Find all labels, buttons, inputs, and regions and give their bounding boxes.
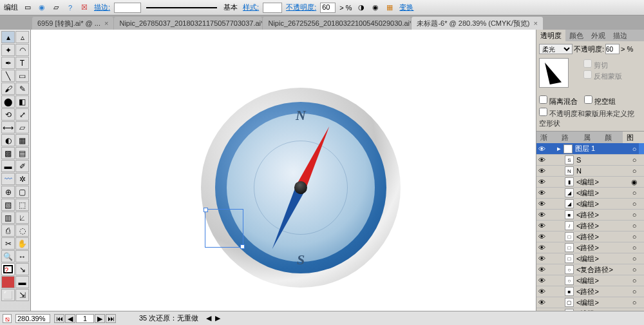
knockout-note-checkbox[interactable]: 不透明度和蒙版用来定义挖空形状 (539, 110, 634, 127)
layer-row[interactable]: 👁/<路径>○ (536, 221, 644, 231)
paintbrush-tool[interactable]: 🖌 (1, 83, 15, 95)
direct-selection-tool[interactable]: ▵ (15, 31, 29, 43)
canvas[interactable]: N S (31, 30, 536, 311)
visibility-icon[interactable]: 👁 (536, 178, 547, 186)
tab-color[interactable]: 颜色 (565, 30, 587, 41)
isolate-icon[interactable]: ◉ (370, 2, 381, 14)
layer-row[interactable]: 👁□<路径>○ (536, 242, 644, 253)
layer-row[interactable]: 👁○<复合路径>○ (536, 264, 644, 275)
print-tiling-tool[interactable]: ⎙ (1, 224, 15, 237)
visibility-icon[interactable]: 👁 (536, 156, 547, 164)
free-transform-tool[interactable]: ▱ (15, 121, 29, 133)
visibility-icon[interactable]: 👁 (536, 145, 547, 153)
target-icon[interactable]: ○ (630, 189, 639, 197)
blend-mode-select[interactable]: 柔光 (539, 44, 573, 54)
visibility-icon[interactable]: 👁 (536, 233, 547, 241)
symbol-sprayer-tool[interactable]: ✲ (15, 173, 29, 185)
target-icon[interactable]: ○ (630, 156, 639, 164)
visibility-icon[interactable]: 👁 (536, 200, 547, 208)
layer-row[interactable]: 👁○<编组>○ (536, 275, 644, 286)
align-icon[interactable]: ▦ (384, 2, 395, 14)
target-icon[interactable]: ○ (630, 288, 639, 295)
target-icon[interactable]: ○ (630, 277, 639, 284)
tab-gradient[interactable]: 渐变 (536, 132, 558, 143)
pen-tool[interactable]: ✒ (1, 57, 15, 69)
scale-tool[interactable]: ⤢ (15, 108, 29, 121)
tab-attributes[interactable]: 属性 (580, 132, 601, 143)
tab-pathfinder[interactable]: 路径 (558, 132, 579, 143)
stroke-indicator[interactable]: ↘ (15, 263, 29, 275)
type-tool[interactable]: T (15, 57, 29, 69)
target-icon[interactable]: ○ (630, 167, 639, 175)
target-icon[interactable]: ○ (630, 233, 639, 241)
visibility-icon[interactable]: 👁 (536, 266, 547, 273)
hand-tool[interactable]: ⬚ (15, 199, 29, 211)
target-icon[interactable]: ○ (630, 211, 639, 219)
artboard-tool[interactable]: ▢ (15, 186, 29, 198)
tab-layers[interactable]: 图层 (623, 132, 644, 143)
scroll-right-icon[interactable]: ▶ (215, 314, 220, 322)
selection-bounding-box[interactable] (205, 209, 243, 248)
style-link[interactable]: 样式: (242, 3, 260, 12)
eyedropper-tool[interactable]: ✐ (15, 160, 29, 172)
visibility-icon[interactable]: 👁 (536, 277, 547, 284)
target-icon[interactable]: ○ (630, 299, 639, 306)
doc-tab-3[interactable]: 未标题-6* @ 280.39% (CMYK/预览)× (412, 17, 542, 30)
layer-row[interactable]: 👁■<路径>○ (536, 210, 644, 221)
stroke-weight-field[interactable] (114, 3, 141, 13)
target-icon[interactable]: ○ (630, 266, 639, 273)
shape-builder-tool[interactable]: ◐ (1, 134, 15, 146)
column-graph-tool[interactable]: ⊕ (1, 186, 15, 198)
width-tool[interactable]: ⟷ (1, 121, 15, 133)
layer-row[interactable]: 👁SS○ (536, 155, 644, 166)
target-icon[interactable]: ○ (630, 222, 639, 230)
none-icon[interactable]: ☒ (79, 2, 90, 14)
layer-row[interactable]: 👁◢<编组>○ (536, 188, 644, 199)
layer-row[interactable]: 👁▮<编组>◉ (536, 177, 644, 188)
lasso-tool[interactable]: ◠ (15, 44, 29, 56)
style-field[interactable] (263, 3, 282, 13)
prev-artboard-button[interactable]: ◀ (65, 314, 75, 323)
visibility-icon[interactable]: 👁 (536, 167, 547, 175)
help-icon[interactable]: ? (64, 2, 76, 14)
close-icon[interactable]: × (533, 19, 537, 27)
tab-colorguide[interactable]: 颜色 (601, 132, 622, 143)
measure-tool[interactable]: ⟀ (15, 212, 29, 224)
scroll-left-icon[interactable]: ◀ (206, 314, 211, 322)
clip-checkbox[interactable]: 剪切 (583, 59, 622, 70)
layer-row[interactable]: 👁□<路径>○ (536, 231, 644, 242)
column-tool[interactable]: ▥ (1, 212, 15, 224)
pencil-tool[interactable]: ✎ (15, 83, 29, 95)
fill-swatch-icon[interactable]: ▭ (22, 2, 33, 14)
next-artboard-button[interactable]: ▶ (95, 314, 105, 323)
target-icon[interactable]: ○ (630, 145, 639, 153)
opacity-link[interactable]: 不透明度: (285, 3, 317, 12)
perspective-tool[interactable]: ▩ (1, 147, 15, 159)
registration-icon[interactable]: ◉ (36, 2, 48, 14)
visibility-icon[interactable]: 👁 (536, 244, 547, 251)
line-tool[interactable]: ╲ (1, 70, 15, 82)
target-icon[interactable]: ○ (630, 200, 639, 208)
swap-tool[interactable]: ↔ (15, 250, 29, 262)
blob-brush-tool[interactable]: ⬤ (1, 95, 15, 108)
change-screen[interactable]: ⇲ (15, 289, 29, 301)
layer-row[interactable]: 👁▸图层 1○ (536, 143, 644, 155)
transform-link[interactable]: 变换 (398, 3, 415, 12)
isolate-checkbox[interactable]: 隔离混合 (539, 95, 578, 106)
screen-mode[interactable]: ⬜ (1, 289, 15, 301)
doc-tab-1[interactable]: Nipic_26785037_20180321175057703037.ai* … (114, 17, 262, 30)
fill-indicator[interactable]: ? (1, 263, 15, 275)
doc-tab-0[interactable]: 6959 [转换].ai* @ ...× (32, 17, 113, 30)
layer-row[interactable]: 👁◢<编组>○ (536, 199, 644, 210)
panel-opacity-field[interactable] (605, 44, 620, 54)
layer-row[interactable]: 👁□<编组>○ (536, 253, 644, 264)
rectangle-tool[interactable]: ▭ (15, 70, 29, 82)
slice-tool[interactable]: ▧ (1, 199, 15, 211)
layer-row[interactable]: 👁NN○ (536, 166, 644, 177)
mask-preview[interactable] (539, 58, 569, 88)
visibility-icon[interactable]: 👁 (536, 299, 547, 306)
fill-stroke-mini[interactable]: ⧅ (3, 314, 12, 323)
visibility-icon[interactable]: 👁 (536, 288, 547, 295)
target-icon[interactable]: ○ (630, 244, 639, 251)
mesh-tool[interactable]: ▤ (15, 147, 29, 159)
